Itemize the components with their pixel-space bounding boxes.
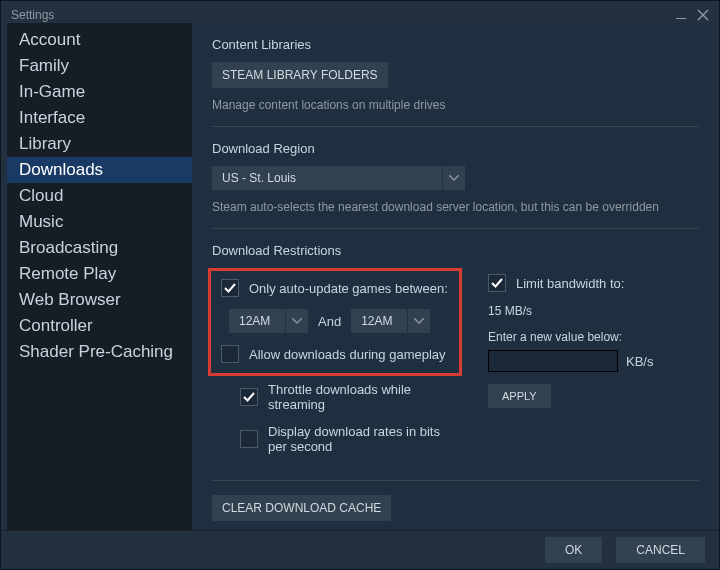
sidebar-item-account[interactable]: Account bbox=[7, 27, 192, 53]
apply-button[interactable]: APPLY bbox=[488, 384, 551, 408]
sidebar-item-interface[interactable]: Interface bbox=[7, 105, 192, 131]
kbps-unit: KB/s bbox=[626, 354, 653, 369]
steam-library-folders-button[interactable]: STEAM LIBRARY FOLDERS bbox=[212, 62, 388, 88]
limit-bandwidth-value: 15 MB/s bbox=[488, 304, 653, 318]
sidebar-item-web-browser[interactable]: Web Browser bbox=[7, 287, 192, 313]
content-libraries-heading: Content Libraries bbox=[212, 37, 699, 52]
throttle-streaming-label: Throttle downloads while streaming bbox=[268, 382, 462, 412]
footer: OK CANCEL bbox=[1, 530, 719, 569]
divider bbox=[212, 126, 699, 127]
allow-downloads-gameplay-checkbox[interactable] bbox=[221, 345, 239, 363]
sidebar-item-library[interactable]: Library bbox=[7, 131, 192, 157]
sidebar-item-broadcasting[interactable]: Broadcasting bbox=[7, 235, 192, 261]
sidebar-item-family[interactable]: Family bbox=[7, 53, 192, 79]
check-icon bbox=[243, 391, 255, 403]
sidebar-item-remote-play[interactable]: Remote Play bbox=[7, 261, 192, 287]
content-libraries-desc: Manage content locations on multiple dri… bbox=[212, 98, 699, 112]
auto-update-highlight: Only auto-update games between: 12AM And… bbox=[208, 268, 462, 376]
check-icon bbox=[224, 282, 236, 294]
limit-bandwidth-label: Limit bandwidth to: bbox=[516, 276, 624, 291]
download-region-heading: Download Region bbox=[212, 141, 699, 156]
time-to-value: 12AM bbox=[351, 309, 407, 333]
download-region-desc: Steam auto-selects the nearest download … bbox=[212, 200, 699, 214]
minimize-icon bbox=[675, 9, 687, 21]
divider bbox=[212, 480, 699, 481]
window-body: Account Family In-Game Interface Library… bbox=[7, 23, 713, 531]
time-from-value: 12AM bbox=[229, 309, 285, 333]
auto-update-label: Only auto-update games between: bbox=[249, 281, 448, 296]
enter-new-value-label: Enter a new value below: bbox=[488, 330, 653, 344]
time-from-select[interactable]: 12AM bbox=[229, 309, 308, 333]
cancel-button[interactable]: CANCEL bbox=[616, 537, 705, 563]
auto-update-checkbox[interactable] bbox=[221, 279, 239, 297]
time-to-select[interactable]: 12AM bbox=[351, 309, 430, 333]
window-title: Settings bbox=[11, 8, 54, 22]
bandwidth-input[interactable] bbox=[488, 350, 618, 372]
download-region-select[interactable]: US - St. Louis bbox=[212, 166, 465, 190]
chevron-down-icon bbox=[407, 309, 430, 333]
allow-downloads-gameplay-label: Allow downloads during gameplay bbox=[249, 347, 446, 362]
check-icon bbox=[491, 277, 503, 289]
time-and-label: And bbox=[318, 314, 341, 329]
chevron-down-icon bbox=[285, 309, 308, 333]
sidebar-item-controller[interactable]: Controller bbox=[7, 313, 192, 339]
divider bbox=[212, 228, 699, 229]
close-button[interactable] bbox=[695, 7, 711, 23]
sidebar-item-music[interactable]: Music bbox=[7, 209, 192, 235]
throttle-streaming-checkbox[interactable] bbox=[240, 388, 258, 406]
ok-button[interactable]: OK bbox=[545, 537, 602, 563]
sidebar-item-cloud[interactable]: Cloud bbox=[7, 183, 192, 209]
display-bits-checkbox[interactable] bbox=[240, 430, 258, 448]
download-region-value: US - St. Louis bbox=[212, 166, 442, 190]
clear-download-cache-button[interactable]: CLEAR DOWNLOAD CACHE bbox=[212, 495, 391, 521]
display-bits-label: Display download rates in bits per secon… bbox=[268, 424, 462, 454]
sidebar-item-shader-pre-caching[interactable]: Shader Pre-Caching bbox=[7, 339, 192, 365]
minimize-button[interactable] bbox=[673, 7, 689, 23]
close-icon bbox=[697, 9, 709, 21]
settings-window: Settings Account Family In-Game Interfac… bbox=[0, 0, 720, 570]
sidebar: Account Family In-Game Interface Library… bbox=[7, 23, 192, 531]
download-restrictions-heading: Download Restrictions bbox=[212, 243, 699, 258]
sidebar-item-downloads[interactable]: Downloads bbox=[7, 157, 192, 183]
limit-bandwidth-checkbox[interactable] bbox=[488, 274, 506, 292]
bandwidth-limit-panel: Limit bandwidth to: 15 MB/s Enter a new … bbox=[488, 268, 653, 466]
chevron-down-icon bbox=[442, 166, 465, 190]
svg-rect-0 bbox=[676, 18, 686, 19]
sidebar-item-in-game[interactable]: In-Game bbox=[7, 79, 192, 105]
content-pane: Content Libraries STEAM LIBRARY FOLDERS … bbox=[192, 23, 713, 531]
